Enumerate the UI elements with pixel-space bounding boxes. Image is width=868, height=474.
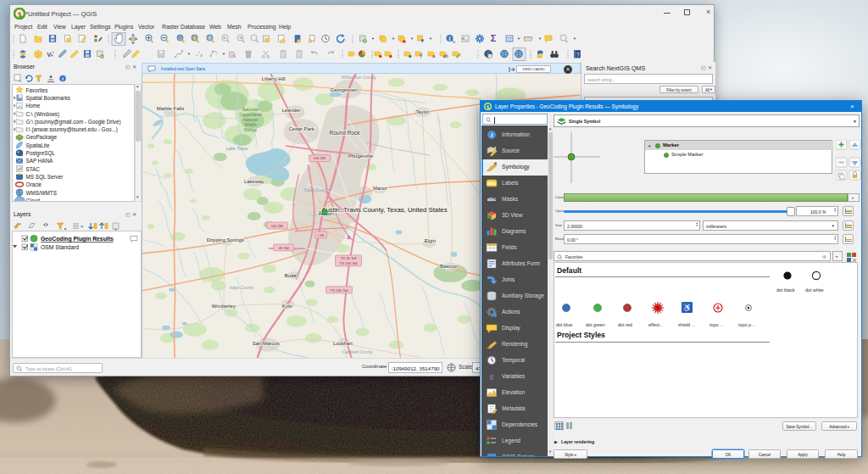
svg-text:ε: ε bbox=[490, 372, 494, 382]
svg-text:Austin, Travis County, Texas,: Austin, Travis County, Texas, United Sta… bbox=[321, 206, 447, 214]
svg-text:PostgreSQL: PostgreSQL bbox=[26, 150, 56, 157]
svg-text:WMS/WMTS: WMS/WMTS bbox=[26, 190, 57, 196]
svg-text:Kyle: Kyle bbox=[282, 304, 292, 309]
svg-text:Dependencies: Dependencies bbox=[502, 421, 538, 428]
svg-text:US 290: US 290 bbox=[271, 224, 284, 228]
svg-text:Display: Display bbox=[502, 325, 520, 332]
svg-text:Cedar Park: Cedar Park bbox=[289, 126, 314, 131]
svg-text:Rendering: Rendering bbox=[502, 341, 528, 348]
svg-text:TX 130 Toll: TX 130 Toll bbox=[331, 288, 348, 293]
svg-text:Wimberley: Wimberley bbox=[212, 304, 236, 309]
svg-text:?: ? bbox=[576, 52, 580, 58]
svg-text:Diagrams: Diagrams bbox=[502, 228, 526, 235]
svg-text:Legend: Legend bbox=[502, 438, 520, 444]
svg-text:Cloud: Cloud bbox=[26, 198, 41, 201]
svg-text:Balcones: Balcones bbox=[242, 108, 259, 112]
svg-text:Σ: Σ bbox=[491, 33, 497, 43]
svg-text:Caldwell County: Caldwell County bbox=[342, 349, 374, 354]
svg-text:Symbology: Symbology bbox=[502, 164, 530, 170]
svg-text:abc: abc bbox=[487, 197, 497, 202]
svg-text:Leander: Leander bbox=[282, 108, 301, 113]
svg-text:Masks: Masks bbox=[502, 196, 519, 202]
svg-text:Elevation: Elevation bbox=[502, 389, 525, 395]
svg-text:Buda: Buda bbox=[285, 273, 298, 278]
svg-text:OSM Standard: OSM Standard bbox=[41, 244, 79, 250]
svg-text:Pflugerville: Pflugerville bbox=[348, 153, 374, 159]
svg-text:Spatial Bookmarks: Spatial Bookmarks bbox=[26, 95, 71, 102]
svg-text:SAP HANA: SAP HANA bbox=[26, 158, 54, 164]
svg-text:Information: Information bbox=[502, 131, 530, 137]
svg-text:Marble Falls: Marble Falls bbox=[157, 106, 185, 111]
svg-text:abc: abc bbox=[487, 181, 497, 186]
svg-text:Liberty Hill: Liberty Hill bbox=[262, 76, 286, 81]
svg-text:GeoCoding Plugin Results: GeoCoding Plugin Results bbox=[41, 236, 114, 243]
svg-text:Manor: Manor bbox=[373, 186, 387, 191]
svg-text:Hays County: Hays County bbox=[230, 285, 254, 290]
svg-text:Dripping Springs: Dripping Springs bbox=[207, 237, 244, 243]
svg-text:GeoPackage: GeoPackage bbox=[26, 134, 58, 141]
svg-text:Labels: Labels bbox=[502, 180, 519, 186]
svg-text:Canyonlands: Canyonlands bbox=[239, 113, 262, 117]
svg-text:Georgetown: Georgetown bbox=[330, 87, 358, 92]
svg-text:ab: ab bbox=[443, 53, 448, 59]
svg-text:i: i bbox=[449, 36, 451, 42]
svg-text:Attributes Form: Attributes Form bbox=[502, 260, 541, 266]
svg-text:TX 130 Toll: TX 130 Toll bbox=[340, 261, 358, 265]
svg-text:G:\ (sounny@gmail.com - Google: G:\ (sounny@gmail.com - Google Drive) bbox=[26, 119, 121, 125]
svg-text:I 35: I 35 bbox=[318, 233, 325, 237]
svg-text:I:\ (anwar.sounny@isunet.edu -: I:\ (anwar.sounny@isunet.edu - Goo...) bbox=[26, 126, 118, 133]
svg-text:US 183: US 183 bbox=[314, 156, 326, 160]
svg-text:Lake Travis: Lake Travis bbox=[226, 146, 248, 151]
svg-text:♿: ♿ bbox=[682, 303, 693, 313]
svg-text:Variables: Variables bbox=[502, 373, 526, 379]
svg-text:QGIS Server: QGIS Server bbox=[502, 454, 535, 456]
svg-text:Round Rock: Round Rock bbox=[329, 130, 360, 136]
svg-text:Refuge: Refuge bbox=[244, 128, 257, 132]
svg-text:Wildlife: Wildlife bbox=[244, 123, 257, 127]
svg-text:Auxiliary Storage: Auxiliary Storage bbox=[502, 293, 544, 299]
svg-text:Temporal: Temporal bbox=[502, 357, 526, 364]
svg-text:45 Toll: 45 Toll bbox=[279, 246, 289, 250]
svg-text:Bastrop: Bastrop bbox=[440, 264, 458, 269]
svg-text:Joins: Joins bbox=[502, 276, 515, 282]
svg-text:National: National bbox=[243, 118, 258, 122]
svg-text:Lockhart: Lockhart bbox=[333, 341, 353, 346]
svg-text:Actions: Actions bbox=[502, 309, 520, 315]
svg-text:STAC: STAC bbox=[26, 166, 41, 172]
svg-text:C:\ (Windows): C:\ (Windows) bbox=[26, 111, 60, 118]
svg-text:Home: Home bbox=[26, 103, 41, 109]
svg-text:Metadata: Metadata bbox=[502, 405, 526, 411]
svg-text:Favorites: Favorites bbox=[26, 87, 48, 93]
svg-text:MS SQL Server: MS SQL Server bbox=[26, 174, 64, 181]
svg-text:Source: Source bbox=[502, 148, 520, 153]
svg-text:TX 45 Toll: TX 45 Toll bbox=[341, 256, 357, 260]
svg-text:Williamson County: Williamson County bbox=[342, 75, 377, 80]
svg-text:San Marcos: San Marcos bbox=[253, 341, 280, 346]
svg-text:V: V bbox=[47, 51, 52, 59]
svg-text:Oracle: Oracle bbox=[26, 181, 42, 187]
svg-text:Travis County: Travis County bbox=[303, 187, 330, 192]
svg-text:Taylor: Taylor bbox=[415, 109, 429, 114]
svg-text:Elgin: Elgin bbox=[425, 238, 436, 243]
svg-text:SpatiaLite: SpatiaLite bbox=[26, 142, 51, 149]
svg-text:Lakeway: Lakeway bbox=[244, 179, 264, 184]
svg-text:a: a bbox=[432, 53, 436, 59]
svg-text:Fields: Fields bbox=[502, 244, 517, 250]
svg-text:3D View: 3D View bbox=[502, 212, 523, 218]
